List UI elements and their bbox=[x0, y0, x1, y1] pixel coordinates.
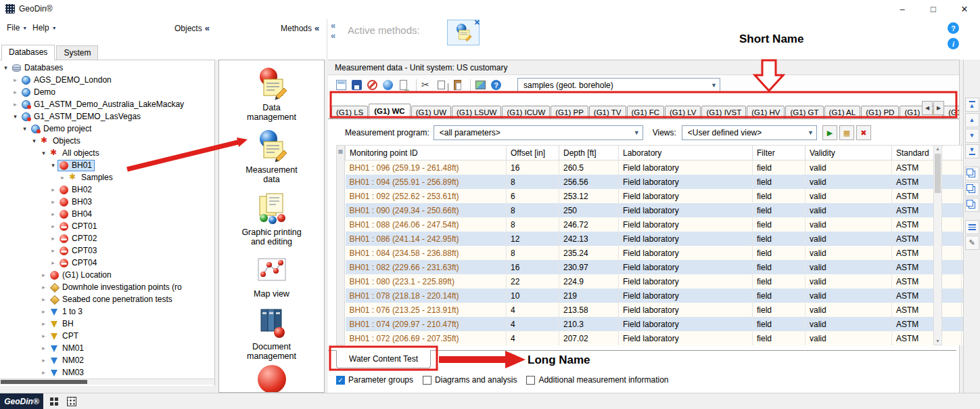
tree-item-demo[interactable]: ▸Demo bbox=[0, 86, 214, 98]
table-cell[interactable]: 12 bbox=[507, 232, 559, 246]
method-tab-g1-hv[interactable]: (G1) HV bbox=[747, 106, 785, 119]
table-cell[interactable]: Field laboratory bbox=[619, 246, 753, 260]
table-vertical-scrollbar[interactable]: ▲ ▼ bbox=[933, 145, 942, 345]
tree-item-cpt02[interactable]: ▸CPT02 bbox=[0, 232, 214, 244]
column-header-standard[interactable]: Standard bbox=[892, 146, 962, 160]
table-cell[interactable]: BH01 : 080 (223.1 - 225.89ft) bbox=[346, 274, 507, 288]
expand-chevron-icon[interactable]: ▸ bbox=[49, 211, 57, 217]
table-cell[interactable]: 224.9 bbox=[559, 274, 619, 288]
table-cell[interactable]: ASTM bbox=[892, 288, 962, 303]
copy-record-button[interactable] bbox=[965, 198, 979, 212]
method-tab-g1-gt[interactable]: (G1) GT bbox=[785, 106, 823, 119]
scroll-down-icon[interactable]: ▼ bbox=[935, 338, 940, 345]
tree-item-nm01[interactable]: ▸NM01 bbox=[0, 342, 214, 354]
table-cell[interactable]: 4 bbox=[507, 303, 559, 317]
tree-item-databases[interactable]: ▾Databases bbox=[0, 62, 214, 74]
table-cell[interactable]: ASTM bbox=[892, 203, 962, 217]
table-cell[interactable]: field bbox=[753, 317, 806, 331]
help-icon[interactable] bbox=[490, 79, 503, 91]
method-tab-g1-mm[interactable]: (G1) MM bbox=[943, 106, 959, 119]
table-cell[interactable]: Field laboratory bbox=[619, 160, 753, 175]
scrollbar-thumb[interactable] bbox=[935, 154, 941, 193]
method-tab-g1-lv[interactable]: (G1) LV bbox=[665, 106, 701, 119]
list-view-button[interactable] bbox=[965, 220, 979, 234]
tree-item-g1-location[interactable]: ▸(G1) Location bbox=[0, 269, 214, 281]
tree-item-seabed-cone-penetration-tests[interactable]: ▸Seabed cone penetration tests bbox=[0, 293, 214, 305]
scroll-up-icon[interactable]: ▲ bbox=[935, 146, 940, 152]
table-row[interactable]: BH01 : 080 (223.1 - 225.89ft)22224.9Fiel… bbox=[346, 274, 980, 288]
column-header-depth-ft[interactable]: Depth [ft] bbox=[559, 146, 619, 160]
help-icon[interactable]: ? bbox=[948, 22, 959, 34]
expand-chevron-icon[interactable]: ▸ bbox=[39, 308, 48, 315]
run-view-button[interactable]: ▶ bbox=[822, 125, 837, 140]
expand-chevron-icon[interactable]: ▸ bbox=[39, 284, 48, 290]
checkbox-box[interactable]: ✓ bbox=[336, 376, 345, 385]
table-cell[interactable]: Field laboratory bbox=[619, 217, 753, 232]
expand-chevron-icon[interactable]: ▸ bbox=[11, 89, 20, 95]
expand-chevron-icon[interactable]: ▸ bbox=[39, 357, 48, 364]
table-cell[interactable]: 22 bbox=[507, 274, 559, 288]
table-cell[interactable]: BH01 : 084 (234.58 - 236.88ft) bbox=[346, 246, 507, 260]
table-cell[interactable]: ASTM bbox=[892, 303, 962, 317]
table-cell[interactable]: ASTM bbox=[892, 189, 962, 203]
table-cell[interactable]: valid bbox=[806, 160, 892, 175]
objects-menu[interactable]: Objects « bbox=[174, 23, 210, 33]
expand-chevron-icon[interactable]: ▸ bbox=[39, 369, 48, 376]
paste-icon[interactable] bbox=[451, 79, 464, 91]
method-tab-g1-ls[interactable]: (G1) LS bbox=[331, 106, 368, 119]
tree-item-1-to-3[interactable]: ▸1 to 3 bbox=[0, 305, 214, 318]
method-graphic-printing-and-editing[interactable]: Graphic printing and editing bbox=[219, 190, 324, 247]
table-cell[interactable]: Field laboratory bbox=[619, 331, 753, 345]
table-cell[interactable]: 8 bbox=[507, 246, 559, 260]
table-cell[interactable]: 235.24 bbox=[559, 246, 619, 260]
table-cell[interactable]: 230.97 bbox=[559, 260, 619, 274]
table-row[interactable]: BH01 : 092 (252.62 - 253.61ft)6253.12Fie… bbox=[346, 189, 980, 203]
checkbox-box[interactable] bbox=[423, 376, 431, 385]
table-cell[interactable]: ASTM bbox=[892, 246, 962, 260]
maximize-button[interactable]: □ bbox=[918, 0, 949, 18]
table-cell[interactable]: field bbox=[753, 175, 806, 189]
table-cell[interactable]: valid bbox=[806, 288, 892, 303]
tab-water-content-test[interactable]: Water Content Test bbox=[336, 350, 431, 368]
table-cell[interactable]: 207.02 bbox=[559, 331, 619, 345]
collapse-chevron-icon[interactable]: ▾ bbox=[49, 162, 57, 169]
column-header-offset-in[interactable]: Offset [in] bbox=[507, 146, 559, 160]
methods-menu[interactable]: Methods « bbox=[281, 23, 319, 33]
table-cell[interactable]: valid bbox=[806, 203, 892, 217]
tab-system[interactable]: System bbox=[56, 45, 98, 60]
table-cell[interactable]: field bbox=[753, 189, 806, 203]
table-cell[interactable]: ASTM bbox=[892, 331, 962, 345]
cut-icon[interactable] bbox=[420, 79, 433, 91]
column-header-laboratory[interactable]: Laboratory bbox=[619, 146, 753, 160]
tree-item-g1-astm-demo-australia-lakemackay[interactable]: ▸G1_ASTM_Demo_Australia_LakeMackay bbox=[0, 98, 214, 110]
table-cell[interactable]: ASTM bbox=[892, 160, 962, 175]
table-cell[interactable]: field bbox=[753, 303, 806, 317]
method-measurement-data[interactable]: Measurement data bbox=[219, 128, 324, 185]
table-row[interactable]: BH01 : 096 (259.19 - 261.48ft)16260.5Fie… bbox=[346, 160, 980, 175]
method-tab-g1-lsuw[interactable]: (G1) LSUW bbox=[452, 106, 501, 119]
collapse-chevron-icon[interactable]: ▾ bbox=[39, 150, 48, 156]
table-cell[interactable]: Field laboratory bbox=[619, 274, 753, 288]
table-cell[interactable]: ASTM bbox=[892, 232, 962, 246]
tree-item-cpt[interactable]: ▸CPT bbox=[0, 330, 214, 342]
expand-chevron-icon[interactable]: ▸ bbox=[49, 186, 57, 193]
object-dropdown[interactable]: samples (geot. borehole) ▼ bbox=[517, 78, 720, 93]
method-tab-g1-pd[interactable]: (G1) PD bbox=[861, 106, 899, 119]
tree-item-cpt01[interactable]: ▸CPT01 bbox=[0, 220, 214, 232]
tree-item-demo-project[interactable]: ▾Demo project bbox=[0, 123, 214, 135]
table-cell[interactable]: 242.13 bbox=[559, 232, 619, 246]
column-header-monitoring-point-id[interactable]: Monitoring point ID bbox=[346, 146, 507, 160]
table-cell[interactable]: field bbox=[753, 331, 806, 345]
close-button[interactable]: ✕ bbox=[949, 0, 980, 18]
expand-chevron-icon[interactable]: ▸ bbox=[49, 235, 57, 242]
table-cell[interactable]: field bbox=[753, 274, 806, 288]
tree-item-bh04[interactable]: ▸BH04 bbox=[0, 208, 214, 220]
tree-item-bh01[interactable]: ▾BH01 bbox=[0, 159, 214, 171]
expand-chevron-icon[interactable]: ▸ bbox=[39, 332, 48, 339]
table-cell[interactable]: field bbox=[753, 217, 806, 232]
export-icon[interactable] bbox=[397, 79, 410, 91]
table-cell[interactable]: 250 bbox=[559, 203, 619, 217]
method-tab-g1-tv[interactable]: (G1) TV bbox=[589, 106, 626, 119]
table-cell[interactable]: valid bbox=[806, 189, 892, 203]
method-tab-g1-pp[interactable]: (G1) PP bbox=[551, 106, 588, 119]
